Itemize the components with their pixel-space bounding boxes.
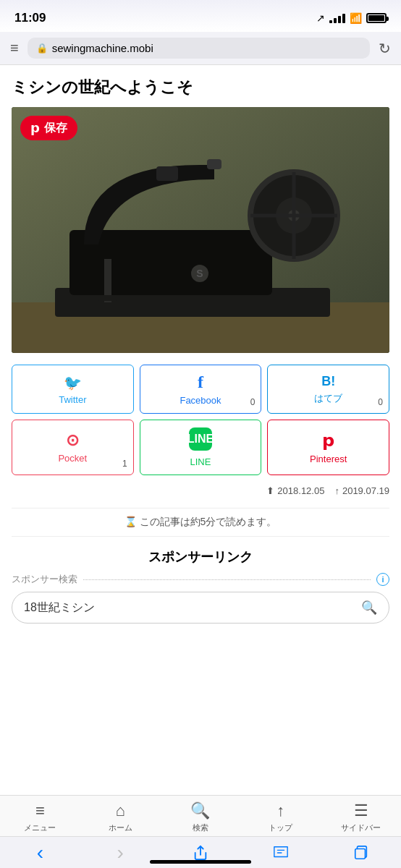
sidebar-nav-icon: ☰ xyxy=(354,801,368,820)
sponsor-title: スポンサーリンク xyxy=(12,548,389,566)
status-bar: 11:09 ↗ 📶 xyxy=(0,0,401,32)
sponsor-search-value: 18世紀ミシン xyxy=(24,600,95,616)
twitter-label: Twitter xyxy=(59,394,86,405)
published-icon: ⬆ xyxy=(266,485,274,496)
nav-home[interactable]: ⌂ ホーム xyxy=(98,801,142,833)
nav-top[interactable]: ↑ トップ xyxy=(259,801,303,833)
sewing-machine-svg: S xyxy=(12,107,389,353)
nav-sidebar[interactable]: ☰ サイドバー xyxy=(339,801,383,833)
address-bar[interactable]: 🔒 sewingmachine.mobi xyxy=(28,38,370,59)
pinterest-icon: 𝗽 xyxy=(322,430,334,451)
top-nav-icon: ↑ xyxy=(277,801,284,820)
pinterest-label: Pinterest xyxy=(310,454,347,464)
updated-icon: ↑ xyxy=(334,485,339,496)
facebook-icon: f xyxy=(198,373,203,392)
status-time: 11:09 xyxy=(14,11,46,25)
search-nav-icon: 🔍 xyxy=(190,801,210,820)
twitter-share-button[interactable]: 🐦 Twitter xyxy=(12,365,134,414)
line-share-button[interactable]: LINE LINE xyxy=(140,420,262,475)
pocket-label: Pocket xyxy=(58,453,87,464)
sidebar-nav-label: サイドバー xyxy=(341,822,381,833)
home-indicator xyxy=(150,860,251,864)
pinterest-share-button[interactable]: 𝗽 Pinterest xyxy=(267,420,389,475)
search-nav-label: 検索 xyxy=(193,822,208,833)
svg-rect-14 xyxy=(156,166,178,181)
bottom-nav: ≡ メニュー ⌂ ホーム 🔍 検索 ↑ トップ ☰ サイドバー xyxy=(0,795,401,836)
browser-bar: ≡ 🔒 sewingmachine.mobi ↻ xyxy=(0,32,401,65)
facebook-label: Facebook xyxy=(180,395,221,406)
line-icon: LINE xyxy=(189,427,212,451)
svg-text:S: S xyxy=(196,268,203,279)
menu-nav-icon: ≡ xyxy=(35,801,45,820)
hatena-label: はてブ xyxy=(314,392,342,405)
sponsor-label-row: スポンサー検索 i xyxy=(12,573,389,586)
lock-icon: 🔒 xyxy=(36,43,48,54)
published-date: ⬆ 2018.12.05 xyxy=(266,485,324,496)
hero-image: S 𝗽 保存 xyxy=(12,107,389,353)
home-nav-icon: ⌂ xyxy=(116,801,125,820)
home-nav-label: ホーム xyxy=(109,822,132,833)
page-content: ミシンの世紀へようこそ xyxy=(0,65,401,624)
info-icon-label: i xyxy=(381,575,384,584)
pocket-icon: ⊙ xyxy=(66,431,79,450)
menu-icon[interactable]: ≡ xyxy=(10,40,19,56)
sponsor-search-box[interactable]: 18世紀ミシン 🔍 xyxy=(12,592,389,624)
reload-icon[interactable]: ↻ xyxy=(379,40,391,57)
pinterest-logo-small: 𝗽 xyxy=(30,120,40,136)
hatena-icon: B! xyxy=(321,374,335,389)
menu-nav-label: メニュー xyxy=(24,822,56,833)
svg-rect-17 xyxy=(355,848,365,859)
svg-rect-15 xyxy=(98,295,117,301)
facebook-count: 0 xyxy=(250,397,256,407)
updated-date: ↑ 2019.07.19 xyxy=(334,485,389,496)
share-buttons-grid: 🐦 Twitter f Facebook 0 B! はてブ 0 ⊙ Pocket… xyxy=(12,365,389,475)
published-date-value: 2018.12.05 xyxy=(277,485,324,496)
share-button[interactable] xyxy=(182,845,219,861)
svg-rect-4 xyxy=(69,230,272,295)
svg-rect-13 xyxy=(207,159,221,169)
reading-time: ⌛ この記事は約5分で読めます。 xyxy=(12,508,389,537)
save-badge[interactable]: 𝗽 保存 xyxy=(20,116,77,140)
battery-icon xyxy=(366,13,387,23)
nav-menu[interactable]: ≡ メニュー xyxy=(18,801,62,833)
updated-date-value: 2019.07.19 xyxy=(342,485,389,496)
forward-button[interactable]: › xyxy=(102,841,138,864)
back-button[interactable]: ‹ xyxy=(22,841,58,864)
sponsor-dots xyxy=(83,579,371,580)
facebook-share-button[interactable]: f Facebook 0 xyxy=(140,365,262,414)
line-label: LINE xyxy=(190,456,211,467)
sponsor-search-icon: 🔍 xyxy=(361,600,377,616)
info-icon[interactable]: i xyxy=(376,573,389,586)
pocket-share-button[interactable]: ⊙ Pocket 1 xyxy=(12,420,134,475)
status-icons: ↗ 📶 xyxy=(316,12,387,24)
url-text: sewingmachine.mobi xyxy=(52,42,153,54)
sponsor-section: スポンサーリンク スポンサー検索 i 18世紀ミシン 🔍 xyxy=(12,548,389,624)
hatena-count: 0 xyxy=(378,397,383,407)
nav-search[interactable]: 🔍 検索 xyxy=(179,801,222,833)
hatena-share-button[interactable]: B! はてブ 0 xyxy=(267,365,389,414)
pocket-count: 1 xyxy=(122,459,127,469)
hero-image-bg: S xyxy=(12,107,389,353)
wifi-icon: 📶 xyxy=(350,12,362,24)
tabs-button[interactable] xyxy=(343,845,379,861)
top-nav-label: トップ xyxy=(269,822,292,833)
twitter-icon: 🐦 xyxy=(64,374,82,391)
dates-row: ⬆ 2018.12.05 ↑ 2019.07.19 xyxy=(12,482,389,499)
signal-bars xyxy=(329,13,345,23)
save-badge-label: 保存 xyxy=(44,121,67,136)
page-title: ミシンの世紀へようこそ xyxy=(12,77,389,98)
sponsor-label: スポンサー検索 xyxy=(12,573,77,586)
bookmarks-button[interactable] xyxy=(263,845,299,861)
navigation-icon: ↗ xyxy=(316,12,325,24)
